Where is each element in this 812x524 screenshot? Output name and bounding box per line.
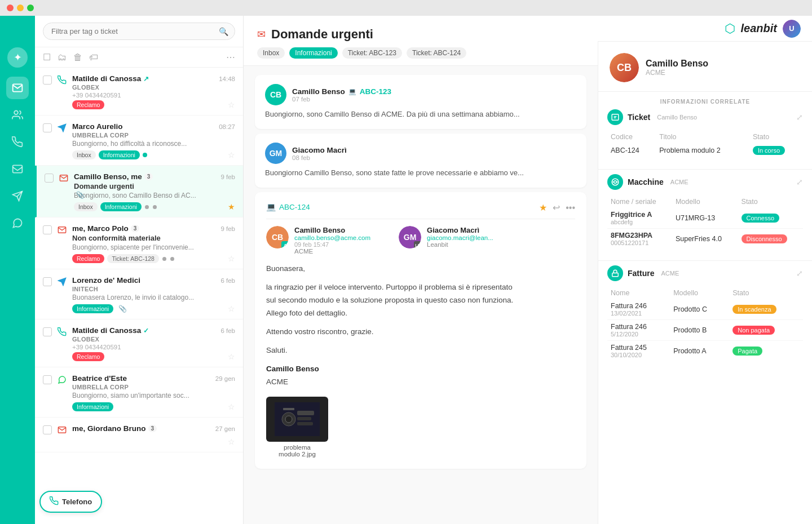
conv-item[interactable]: Matilde di Canossa ✓ 6 feb GLOBEX +39 04… — [35, 319, 243, 367]
contact-avatar: CB — [610, 53, 639, 82]
search-bar: 🔍 — [35, 16, 243, 47]
col-nome: Nome / seriale — [607, 196, 672, 208]
conv-star[interactable]: ☆ — [228, 254, 235, 263]
invoice-nome: Fattura 245 30/10/2020 — [607, 341, 670, 362]
conv-toolbar: ☐ 🗂 🗑 🏷 ⋯ — [35, 47, 243, 68]
conv-checkbox[interactable] — [43, 425, 52, 434]
maximize-dot[interactable] — [27, 5, 34, 11]
more-icon[interactable]: ⋯ — [226, 52, 235, 63]
archive-icon[interactable]: 🗂 — [58, 52, 67, 63]
ticket-link[interactable]: ABC-123 — [360, 87, 391, 96]
search-input[interactable] — [43, 23, 235, 40]
conv-checkbox[interactable] — [43, 327, 52, 336]
app-container: ✦ 🔍 ☐ 🗂 🗑 — [0, 16, 812, 524]
brand-header: ⬡ leanbit U — [598, 16, 812, 42]
conv-star[interactable]: ☆ — [228, 402, 235, 411]
msg-participants: CB A Camillo Benso camillo.benso@acme.co… — [266, 226, 575, 255]
conv-checkbox[interactable] — [43, 123, 52, 132]
conv-star[interactable]: ☆ — [228, 304, 235, 313]
conv-item[interactable]: Matilde di Canossa ↗ 14:48 GLOBEX +39 04… — [35, 68, 243, 116]
receiver-card: GM LB Giacomo Macrì giacomo.macri@lean..… — [399, 226, 493, 255]
more-icon[interactable]: ••• — [566, 203, 575, 213]
invoice-row: Fattura 246 13/02/2021 Prodotto C In sca… — [607, 299, 803, 320]
conv-checkbox[interactable] — [45, 174, 54, 183]
conv-name: Camillo Benso, me 3 — [74, 172, 153, 181]
conv-content: me, Giordano Bruno 3 27 gen ☆ — [72, 424, 235, 446]
conv-item[interactable]: Beatrice d'Este 29 gen UMBRELLA CORP Buo… — [35, 367, 243, 418]
conv-item-active[interactable]: Camillo Benso, me 3 9 feb Domande urgent… — [35, 166, 243, 217]
brand-name: leanbit — [741, 22, 777, 35]
sender-name: Giacomo Macrì — [292, 146, 576, 154]
select-all-icon[interactable]: ☐ — [43, 52, 51, 63]
conv-item[interactable]: Lorenzo de' Medici 6 feb INITECH Buonase… — [35, 269, 243, 319]
detail-header: ✉ Domande urgenti Inbox Informazioni Tic… — [244, 16, 598, 66]
conv-item[interactable]: Marco Aurelio 08:27 UMBRELLA CORP Buongi… — [35, 116, 243, 166]
reply-icon[interactable]: ↩ — [553, 202, 560, 213]
tag-ticket-123[interactable]: Ticket: ABC-123 — [342, 47, 402, 59]
conv-star[interactable]: ☆ — [228, 437, 235, 446]
tag-icon[interactable]: 🏷 — [89, 52, 98, 63]
conv-checkbox[interactable] — [43, 76, 52, 85]
channel-icon — [56, 76, 68, 85]
sidebar-item-whatsapp[interactable] — [6, 212, 29, 234]
tag-reclamo: Reclamo — [72, 254, 104, 263]
invoice-stato: In scadenza — [729, 299, 803, 320]
svg-rect-12 — [297, 417, 311, 420]
delete-icon[interactable]: 🗑 — [73, 52, 82, 63]
conv-checkbox[interactable] — [43, 375, 52, 384]
conversation-panel: 🔍 ☐ 🗂 🗑 🏷 ⋯ Matilde di Canossa ↗ 14 — [35, 16, 244, 524]
tag-informazioni[interactable]: Informazioni — [289, 47, 337, 59]
conv-item[interactable]: me, Marco Polo 3 9 feb Non conformità ma… — [35, 217, 243, 269]
conv-star[interactable]: ☆ — [228, 150, 235, 159]
sidebar-item-contacts[interactable] — [6, 104, 29, 126]
external-link-icon[interactable]: ⤢ — [796, 113, 803, 122]
tag-inbox[interactable]: Inbox — [257, 47, 285, 59]
conv-checkbox[interactable] — [43, 277, 52, 286]
conv-item[interactable]: me, Giordano Bruno 3 27 gen ☆ — [35, 418, 243, 452]
conv-content: Lorenzo de' Medici 6 feb INITECH Buonase… — [72, 276, 235, 313]
external-link-icon[interactable]: ⤢ — [796, 269, 803, 278]
message-item: CB Camillo Benso 💻 ABC-123 07 feb Buongi… — [255, 75, 586, 129]
external-link-icon[interactable]: ⤢ — [796, 177, 803, 186]
star-icon[interactable]: ★ — [539, 202, 547, 213]
ticket-codice: ABC-124 — [607, 143, 656, 158]
receiver-avatar: GM LB — [399, 226, 421, 248]
invoice-row: Fattura 245 30/10/2020 Prodotto A Pagata — [607, 341, 803, 362]
participant-date: 09 feb 15:47 — [294, 241, 370, 248]
user-avatar[interactable]: U — [783, 20, 801, 38]
sidebar: ✦ — [0, 16, 35, 524]
machine-row: Friggitrice A abcdefg U71MRG-13 Connesso — [607, 208, 803, 229]
telefono-label: Telefono — [62, 498, 92, 506]
sidebar-item-telegram[interactable] — [6, 185, 29, 207]
conv-star[interactable]: ☆ — [228, 100, 235, 109]
svg-point-19 — [614, 181, 617, 184]
participant-email: camillo.benso@acme.com — [294, 234, 370, 241]
ticket-link-124[interactable]: ABC-124 — [279, 203, 310, 211]
conv-star[interactable]: ★ — [228, 202, 235, 211]
contact-name: Camillo Benso — [646, 59, 708, 69]
msg-date: 08 feb — [292, 154, 576, 161]
col-titolo: Titolo — [656, 131, 749, 143]
msg-expanded-header: 💻 ABC-124 ★ ↩ ••• — [266, 202, 575, 219]
sender-avatar: GM — [265, 143, 286, 164]
sender-name: Camillo Benso 💻 ABC-123 — [292, 87, 576, 96]
tag-ticket-124[interactable]: Ticket: ABC-124 — [407, 47, 466, 59]
sidebar-item-email[interactable] — [6, 158, 29, 180]
col-stato: Stato — [729, 287, 803, 299]
sidebar-logo[interactable]: ✦ — [7, 47, 28, 68]
sidebar-item-inbox[interactable] — [6, 77, 29, 99]
sidebar-item-calls[interactable] — [6, 131, 29, 153]
close-dot[interactable] — [7, 5, 14, 11]
svg-marker-5 — [58, 124, 65, 131]
participant-org: Leanbit — [427, 241, 493, 248]
conv-content: Matilde di Canossa ↗ 14:48 GLOBEX +39 04… — [72, 74, 235, 109]
conv-star[interactable]: ☆ — [228, 352, 235, 361]
conv-preview: Buongiorno, ho difficoltà a riconosce... — [72, 140, 235, 148]
dot2 — [170, 257, 174, 261]
attachment-icon: 📎 — [118, 305, 127, 313]
minimize-dot[interactable] — [17, 5, 24, 11]
telefono-button[interactable]: Telefono — [39, 491, 102, 513]
conv-checkbox[interactable] — [43, 225, 52, 234]
channel-icon — [56, 225, 68, 234]
machine-section-header: Macchine ACME ⤢ — [607, 174, 803, 190]
